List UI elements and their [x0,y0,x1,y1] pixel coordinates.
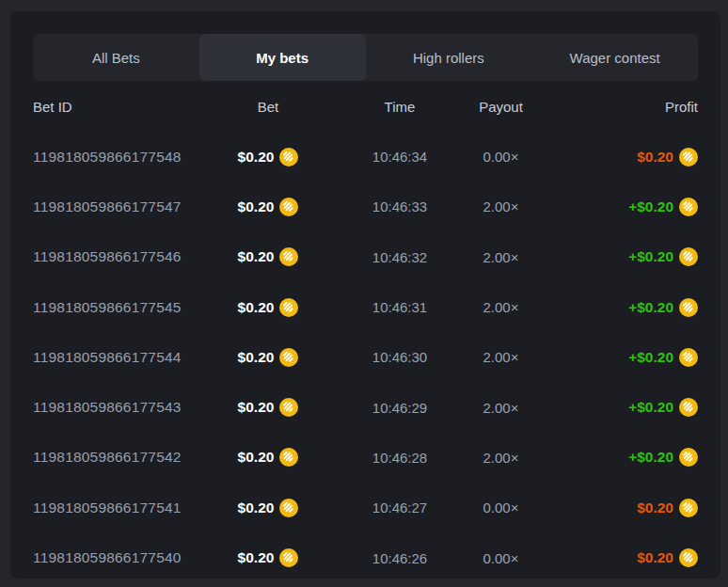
gold-coin-icon [679,198,698,216]
tab-high-rollers[interactable]: High rollers [366,34,532,81]
payout-value: 0.00× [483,500,519,516]
profit-cell: +$0.20 [541,247,698,266]
bet-amount-cell: $0.20 [198,247,339,266]
bet-amount-cell: $0.20 [198,398,339,417]
bet-amount-cell: $0.20 [198,499,339,517]
tab-label: High rollers [413,50,484,66]
bet-amount-value: $0.20 [238,449,275,466]
bet-id-value: 119818059866177547 [33,198,182,215]
bet-time-value: 10:46:30 [372,349,427,365]
payout-value: 0.00× [483,149,519,165]
bet-time-cell: 10:46:28 [339,450,461,466]
bet-time-value: 10:46:31 [372,299,427,315]
gold-coin-icon [679,298,698,317]
bet-id-value: 119818059866177541 [33,500,182,516]
bet-amount-value: $0.20 [238,198,275,215]
bets-history-panel: All Bets My bets High rollers Wager cont… [10,11,720,579]
bet-id-value: 119818059866177540 [33,549,182,566]
payout-cell: 2.00× [461,400,541,416]
gold-coin-icon [679,499,698,517]
payout-cell: 2.00× [461,450,541,466]
bet-amount-value: $0.20 [238,299,275,316]
table-row[interactable]: 119818059866177548 $0.20 10:46:34 0.00× … [33,132,698,182]
table-row[interactable]: 119818059866177545 $0.20 10:46:31 2.00× … [33,282,698,332]
table-row[interactable]: 119818059866177542 $0.20 10:46:28 2.00× … [33,433,698,483]
profit-cell: +$0.20 [541,198,698,216]
bet-amount-value: $0.20 [238,549,275,566]
payout-cell: 0.00× [461,500,541,516]
profit-cell: +$0.20 [541,298,698,317]
bet-id-cell: 119818059866177547 [33,198,198,215]
gold-coin-icon [679,148,698,167]
tab-label: Wager contest [570,50,660,66]
bet-id-cell: 119818059866177540 [33,549,198,566]
bet-id-cell: 119818059866177546 [33,248,198,265]
profit-value: $0.20 [637,549,673,566]
profit-value: +$0.20 [628,248,673,265]
bet-id-value: 119818059866177543 [33,399,182,416]
bet-id-value: 119818059866177542 [33,449,182,466]
payout-cell: 2.00× [461,349,541,365]
profit-value: $0.20 [637,500,673,516]
table-row[interactable]: 119818059866177541 $0.20 10:46:27 0.00× … [33,483,698,532]
payout-cell: 2.00× [461,198,541,214]
payout-value: 0.00× [483,550,519,566]
table-row[interactable]: 119818059866177544 $0.20 10:46:30 2.00× … [33,332,698,382]
tab-all-bets[interactable]: All Bets [33,34,199,81]
bet-amount-value: $0.20 [238,349,275,366]
column-header-time: Time [339,99,461,115]
bet-amount-cell: $0.20 [198,448,339,467]
bet-id-cell: 119818059866177545 [33,299,198,316]
bet-id-cell: 119818059866177542 [33,449,198,466]
column-header-bet-id: Bet ID [33,99,198,115]
bet-id-value: 119818059866177545 [33,299,182,316]
gold-coin-icon [279,499,298,517]
tab-wager-contest[interactable]: Wager contest [531,34,698,81]
bet-id-value: 119818059866177546 [33,248,182,265]
payout-value: 2.00× [483,400,519,416]
bet-time-cell: 10:46:30 [339,349,461,365]
bet-amount-cell: $0.20 [198,198,339,216]
payout-cell: 2.00× [461,249,541,265]
profit-value: +$0.20 [628,198,673,215]
profit-cell: $0.20 [541,548,698,567]
bet-amount-cell: $0.20 [198,548,339,567]
bet-amount-cell: $0.20 [198,298,339,317]
bet-id-value: 119818059866177548 [33,149,182,166]
bet-time-value: 10:46:26 [372,550,427,566]
payout-value: 2.00× [483,349,519,365]
table-row[interactable]: 119818059866177547 $0.20 10:46:33 2.00× … [33,182,698,231]
profit-value: $0.20 [637,149,673,166]
bet-amount-value: $0.20 [238,399,275,416]
gold-coin-icon [279,548,298,567]
table-row[interactable]: 119818059866177543 $0.20 10:46:29 2.00× … [33,382,698,432]
gold-coin-icon [279,298,298,317]
bet-time-cell: 10:46:31 [339,299,461,315]
payout-value: 2.00× [483,198,519,214]
bet-id-cell: 119818059866177544 [33,349,198,366]
table-row[interactable]: 119818059866177540 $0.20 10:46:26 0.00× … [33,532,698,579]
profit-cell: $0.20 [541,499,698,517]
table-header-row: Bet IDBetTimePayoutProfit [33,81,698,132]
column-header-bet: Bet [198,99,339,115]
payout-value: 2.00× [483,450,519,466]
bets-tabbar: All Bets My bets High rollers Wager cont… [33,34,698,81]
payout-cell: 2.00× [461,299,541,315]
gold-coin-icon [679,548,698,567]
profit-cell: +$0.20 [541,398,698,417]
bets-table-body: 119818059866177548 $0.20 10:46:34 0.00× … [33,132,698,579]
profit-cell: +$0.20 [541,348,698,367]
bet-time-cell: 10:46:29 [339,400,461,416]
profit-cell: $0.20 [541,148,698,167]
gold-coin-icon [279,448,298,467]
bet-time-value: 10:46:29 [372,400,427,416]
bet-time-cell: 10:46:26 [339,550,461,566]
bet-time-cell: 10:46:33 [339,198,461,214]
tab-my-bets[interactable]: My bets [199,34,366,81]
bet-time-cell: 10:46:32 [339,249,461,265]
gold-coin-icon [679,448,698,467]
bet-time-value: 10:46:33 [372,198,427,214]
table-row[interactable]: 119818059866177546 $0.20 10:46:32 2.00× … [33,232,698,282]
gold-coin-icon [279,148,298,167]
profit-value: +$0.20 [628,399,673,416]
